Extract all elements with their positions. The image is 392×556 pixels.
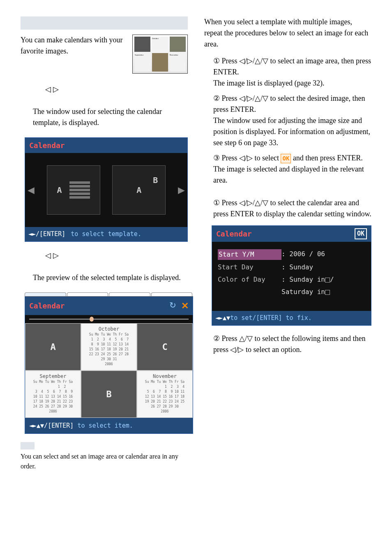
intro-text: You can make calendars with your favorit…: [21, 35, 126, 57]
section-header-bar: [21, 16, 188, 30]
settings-key-colorday: Color of Day: [218, 275, 281, 285]
nav-right-icon[interactable]: ▶: [178, 181, 185, 199]
template-label-b: B: [153, 174, 158, 186]
ts-title: Calendar: [25, 138, 187, 153]
preview-tab-1[interactable]: [25, 292, 66, 296]
substep-2: ② Press ◁/▷/△/▽ to select the desired im…: [213, 93, 371, 148]
substep-1: ① Press ◁/▷/△/▽ to select an image area,…: [213, 56, 371, 89]
nov-grid: Su Mo Tu We Th Fr Sa 1 2 3 4 5 6 7 8 9 1…: [145, 374, 184, 414]
substep1-result: The image list is displayed (page 32).: [213, 78, 371, 89]
thumb-month-nov: November: [169, 53, 186, 72]
step1-result: The window used for selecting the calend…: [33, 106, 188, 128]
thumb-image-3: [152, 53, 168, 72]
cal-substep2-text: Press △/▽ to select the following items …: [213, 334, 365, 354]
preview-tab-3[interactable]: [109, 292, 150, 296]
settings-row-startday[interactable]: Start Day : Sunday: [218, 262, 365, 272]
calendar-thumbnail: October September November: [132, 35, 188, 74]
preview-tabs: [25, 292, 193, 297]
slider-knob[interactable]: [90, 317, 94, 322]
cal-circled-2: ②: [213, 333, 220, 344]
month-cell-september[interactable]: September Su Mo Tu We Th Fr Sa 1 2 3 4 5…: [25, 371, 81, 418]
image-area-a[interactable]: A: [25, 323, 81, 371]
calendar-settings-screenshot: Calendar OK Start Y/M : 2006 / 06 Start …: [212, 225, 371, 326]
substep1-text: Press ◁/▷/△/▽ to select an image area, t…: [213, 57, 371, 76]
tip-badge: [21, 442, 35, 449]
tip: [21, 442, 188, 449]
template-label-a2: A: [136, 184, 141, 196]
oct-grid: Su Mo Tu We Th Fr Sa 1 2 3 4 5 6 7 8 9 1…: [89, 327, 129, 367]
substep2-text: Press ◁/▷/△/▽ to select the desired imag…: [213, 94, 365, 114]
preview-screenshot: Calendar ↻ ✕ A October Su Mo Tu We Th Fr…: [25, 292, 193, 434]
settings-val-colorday: : Sunday in/: [281, 275, 334, 285]
substep3-result: The image is selected and displayed in t…: [213, 164, 371, 186]
ts-footer-sym: ◄►/[ENTER]: [28, 230, 65, 238]
substep2-result: The window used for adjusting the image …: [213, 115, 371, 148]
settings-row-saturday: Saturday in: [218, 287, 365, 297]
preview-footer: ◄►▲▼/[ENTER] to select item.: [25, 418, 193, 434]
thumb-month-sep: September: [134, 53, 151, 72]
ok-icon: OK: [281, 154, 291, 163]
cal-circled-1: ①: [213, 197, 220, 208]
rotate-icon[interactable]: ↻: [169, 299, 176, 313]
settings-title: Calendar: [216, 228, 252, 239]
month-cell-october[interactable]: October Su Mo Tu We Th Fr Sa 1 2 3 4 5 6…: [81, 323, 137, 371]
settings-key-empty: [218, 287, 281, 297]
template-option-a[interactable]: A: [47, 165, 100, 215]
cal-substep-2: ② Press △/▽ to select the following item…: [213, 333, 371, 355]
settings-footer-sym: ◄►▲▼: [215, 314, 230, 322]
preview-tab-2[interactable]: [67, 292, 108, 296]
step-1: ◁ ▷ The window used for selecting the ca…: [33, 84, 188, 128]
preview-slider[interactable]: [25, 315, 193, 323]
color-box-sunday: [325, 278, 330, 283]
settings-val-startym: : 2006 / 06: [281, 249, 325, 260]
template-option-b[interactable]: B A: [112, 165, 166, 215]
sep-grid: Su Mo Tu We Th Fr Sa 1 2 3 4 5 6 7 8 9 1…: [33, 374, 73, 414]
left-column: You can make calendars with your favorit…: [21, 16, 188, 471]
settings-row-startym[interactable]: Start Y/M : 2006 / 06: [218, 249, 365, 260]
template-select-screenshot: Calendar ◀ A B A ▶ ◄►/[E: [25, 137, 188, 242]
month-cell-november[interactable]: November Su Mo Tu We Th Fr Sa 1 2 3 4 5 …: [137, 371, 193, 418]
settings-key-startym: Start Y/M: [218, 249, 281, 260]
preview-title: Calendar: [29, 300, 65, 311]
substep3-pre: Press ◁/▷ to select: [222, 154, 281, 162]
thumb-month-oct: October: [152, 37, 168, 52]
close-icon[interactable]: ✕: [181, 299, 189, 313]
preview-footer-sym: ◄►▲▼/[ENTER]: [29, 422, 74, 429]
image-area-c[interactable]: C: [137, 323, 193, 371]
arrows-lr: ◁ ▷: [45, 84, 188, 95]
thumb-image-1: [134, 37, 150, 52]
color-box-saturday: [325, 290, 330, 295]
preview-footer-text: to select item.: [74, 422, 133, 429]
select-image-intro: When you select a template with multiple…: [204, 16, 371, 50]
settings-row-colorday[interactable]: Color of Day : Sunday in/: [218, 275, 365, 285]
nav-left-icon[interactable]: ◀: [28, 181, 35, 199]
settings-val-saturday: Saturday in: [281, 287, 330, 297]
cal-substep-1: ① Press ◁/▷/△/▽ to select the calendar a…: [213, 197, 371, 220]
settings-val-startday: : Sunday: [281, 262, 313, 272]
tip-text: You can select and set an image area or …: [21, 452, 188, 471]
circled-2: ②: [213, 93, 220, 104]
image-area-b[interactable]: B: [81, 371, 137, 418]
circled-3: ③: [213, 153, 220, 164]
template-month-bars: [69, 181, 90, 199]
preview-tab-4[interactable]: [151, 292, 193, 296]
template-label-a: A: [57, 184, 62, 196]
step2-result: The preview of the selected template is …: [33, 272, 188, 283]
cal-substep1-text: Press ◁/▷/△/▽ to select the calendar are…: [213, 199, 371, 218]
substep-3: ③ Press ◁/▷ to select OK and then press …: [213, 153, 371, 186]
ts-footer-text: to select template.: [67, 230, 141, 238]
thumb-image-2: [170, 37, 186, 52]
step-2: ◁ ▷ The preview of the selected template…: [33, 250, 188, 283]
settings-key-startday: Start Day: [218, 262, 281, 272]
ts-footer: ◄►/[ENTER] to select template.: [25, 227, 187, 241]
substep3-post: and then press ENTER.: [291, 154, 362, 162]
settings-footer-text: to set/[ENTER] to fix.: [230, 314, 312, 322]
circled-1: ①: [213, 56, 220, 67]
settings-footer: ◄►▲▼to set/[ENTER] to fix.: [212, 311, 371, 325]
right-column: When you select a template with multiple…: [204, 16, 371, 471]
settings-ok-button[interactable]: OK: [355, 228, 367, 239]
settings-body: Start Y/M : 2006 / 06 Start Day : Sunday…: [212, 242, 371, 311]
arrows-lr-2: ◁ ▷: [45, 250, 188, 261]
